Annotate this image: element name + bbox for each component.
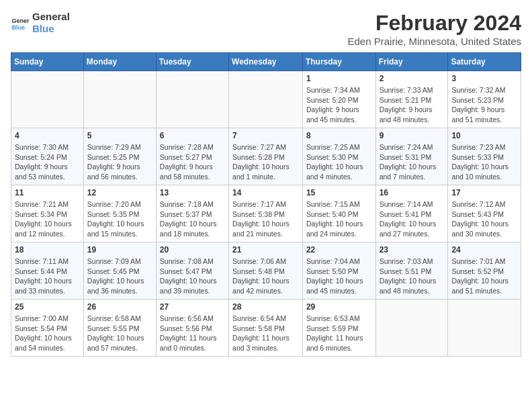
calendar-cell: 16Sunrise: 7:14 AM Sunset: 5:41 PM Dayli… (375, 185, 448, 242)
weekday-header-monday: Monday (83, 53, 156, 71)
day-number: 26 (87, 302, 152, 312)
week-row-4: 18Sunrise: 7:11 AM Sunset: 5:44 PM Dayli… (11, 242, 521, 300)
weekday-header-sunday: Sunday (11, 53, 84, 71)
day-info: Sunrise: 7:09 AM Sunset: 5:45 PM Dayligh… (87, 257, 152, 296)
logo-text-blue: Blue (32, 23, 70, 35)
week-row-1: 1Sunrise: 7:34 AM Sunset: 5:20 PM Daylig… (11, 71, 521, 128)
day-info: Sunrise: 7:24 AM Sunset: 5:31 PM Dayligh… (380, 142, 445, 182)
calendar-cell (83, 71, 156, 128)
calendar-cell: 17Sunrise: 7:12 AM Sunset: 5:43 PM Dayli… (448, 185, 521, 242)
day-info: Sunrise: 7:06 AM Sunset: 5:48 PM Dayligh… (232, 257, 299, 296)
week-row-3: 11Sunrise: 7:21 AM Sunset: 5:34 PM Dayli… (11, 185, 521, 242)
day-number: 4 (15, 131, 80, 140)
calendar-cell: 7Sunrise: 7:27 AM Sunset: 5:28 PM Daylig… (229, 128, 303, 185)
calendar-cell: 8Sunrise: 7:25 AM Sunset: 5:30 PM Daylig… (302, 128, 375, 185)
day-info: Sunrise: 7:17 AM Sunset: 5:38 PM Dayligh… (232, 199, 299, 239)
calendar-cell (156, 71, 228, 128)
calendar-cell: 4Sunrise: 7:30 AM Sunset: 5:24 PM Daylig… (11, 128, 84, 185)
day-number: 23 (380, 245, 445, 255)
day-number: 2 (380, 74, 445, 83)
calendar-cell: 13Sunrise: 7:18 AM Sunset: 5:37 PM Dayli… (156, 185, 228, 242)
day-number: 20 (160, 245, 225, 255)
day-info: Sunrise: 7:12 AM Sunset: 5:43 PM Dayligh… (451, 199, 517, 239)
day-number: 10 (451, 131, 517, 140)
day-info: Sunrise: 7:20 AM Sunset: 5:35 PM Dayligh… (87, 199, 152, 239)
calendar-cell: 28Sunrise: 6:54 AM Sunset: 5:58 PM Dayli… (229, 300, 303, 357)
day-number: 14 (232, 188, 299, 197)
calendar-cell: 3Sunrise: 7:32 AM Sunset: 5:23 PM Daylig… (448, 71, 521, 128)
calendar-cell: 23Sunrise: 7:03 AM Sunset: 5:51 PM Dayli… (375, 242, 448, 300)
day-info: Sunrise: 7:14 AM Sunset: 5:41 PM Dayligh… (380, 199, 445, 239)
calendar-cell: 14Sunrise: 7:17 AM Sunset: 5:38 PM Dayli… (229, 185, 303, 242)
logo-text-general: General (32, 11, 70, 23)
location-title: Eden Prairie, Minnesota, United States (348, 36, 521, 47)
calendar-cell: 22Sunrise: 7:04 AM Sunset: 5:50 PM Dayli… (302, 242, 375, 300)
day-info: Sunrise: 7:29 AM Sunset: 5:25 PM Dayligh… (87, 142, 152, 182)
calendar-cell: 29Sunrise: 6:53 AM Sunset: 5:59 PM Dayli… (302, 300, 375, 357)
day-number: 12 (87, 188, 152, 197)
day-number: 8 (306, 131, 372, 140)
day-info: Sunrise: 7:30 AM Sunset: 5:24 PM Dayligh… (15, 142, 80, 182)
day-number: 16 (380, 188, 445, 197)
day-number: 15 (306, 188, 372, 197)
weekday-header-friday: Friday (375, 53, 448, 71)
calendar-cell (11, 71, 84, 128)
calendar-table: SundayMondayTuesdayWednesdayThursdayFrid… (11, 52, 521, 357)
calendar-cell (229, 71, 303, 128)
calendar-cell: 6Sunrise: 7:28 AM Sunset: 5:27 PM Daylig… (156, 128, 228, 185)
day-info: Sunrise: 7:34 AM Sunset: 5:20 PM Dayligh… (306, 85, 372, 125)
week-row-5: 25Sunrise: 7:00 AM Sunset: 5:54 PM Dayli… (11, 300, 521, 357)
calendar-cell: 21Sunrise: 7:06 AM Sunset: 5:48 PM Dayli… (229, 242, 303, 300)
day-number: 6 (160, 131, 225, 140)
weekday-header-thursday: Thursday (302, 53, 375, 71)
day-info: Sunrise: 7:11 AM Sunset: 5:44 PM Dayligh… (15, 257, 80, 296)
page-header: General Blue General Blue February 2024 … (11, 11, 521, 47)
logo: General Blue General Blue (11, 11, 70, 35)
day-info: Sunrise: 7:03 AM Sunset: 5:51 PM Dayligh… (380, 257, 445, 296)
day-number: 3 (451, 74, 517, 83)
calendar-cell: 18Sunrise: 7:11 AM Sunset: 5:44 PM Dayli… (11, 242, 84, 300)
day-info: Sunrise: 6:53 AM Sunset: 5:59 PM Dayligh… (306, 314, 372, 353)
day-info: Sunrise: 7:00 AM Sunset: 5:54 PM Dayligh… (15, 314, 80, 353)
day-number: 27 (160, 302, 225, 312)
svg-text:General: General (11, 17, 30, 24)
calendar-cell: 2Sunrise: 7:33 AM Sunset: 5:21 PM Daylig… (375, 71, 448, 128)
day-number: 18 (15, 245, 80, 255)
day-info: Sunrise: 7:25 AM Sunset: 5:30 PM Dayligh… (306, 142, 372, 182)
day-number: 25 (15, 302, 80, 312)
calendar-cell: 5Sunrise: 7:29 AM Sunset: 5:25 PM Daylig… (83, 128, 156, 185)
day-number: 28 (232, 302, 299, 312)
calendar-cell: 10Sunrise: 7:23 AM Sunset: 5:33 PM Dayli… (448, 128, 521, 185)
day-info: Sunrise: 6:54 AM Sunset: 5:58 PM Dayligh… (232, 314, 299, 353)
calendar-cell: 9Sunrise: 7:24 AM Sunset: 5:31 PM Daylig… (375, 128, 448, 185)
day-info: Sunrise: 7:27 AM Sunset: 5:28 PM Dayligh… (232, 142, 299, 182)
logo-icon: General Blue (11, 13, 30, 32)
day-number: 29 (306, 302, 372, 312)
calendar-cell (448, 300, 521, 357)
day-info: Sunrise: 7:04 AM Sunset: 5:50 PM Dayligh… (306, 257, 372, 296)
day-info: Sunrise: 7:01 AM Sunset: 5:52 PM Dayligh… (451, 257, 517, 296)
title-area: February 2024 Eden Prairie, Minnesota, U… (348, 11, 521, 47)
calendar-cell: 1Sunrise: 7:34 AM Sunset: 5:20 PM Daylig… (302, 71, 375, 128)
calendar-cell: 27Sunrise: 6:56 AM Sunset: 5:56 PM Dayli… (156, 300, 228, 357)
svg-text:Blue: Blue (11, 24, 25, 31)
day-info: Sunrise: 7:23 AM Sunset: 5:33 PM Dayligh… (451, 142, 517, 182)
day-number: 5 (87, 131, 152, 140)
calendar-header-row: SundayMondayTuesdayWednesdayThursdayFrid… (11, 53, 521, 71)
day-info: Sunrise: 7:28 AM Sunset: 5:27 PM Dayligh… (160, 142, 225, 182)
day-number: 17 (451, 188, 517, 197)
weekday-header-saturday: Saturday (448, 53, 521, 71)
day-number: 22 (306, 245, 372, 255)
calendar-cell: 20Sunrise: 7:08 AM Sunset: 5:47 PM Dayli… (156, 242, 228, 300)
day-number: 1 (306, 74, 372, 83)
calendar-cell: 24Sunrise: 7:01 AM Sunset: 5:52 PM Dayli… (448, 242, 521, 300)
calendar-cell: 12Sunrise: 7:20 AM Sunset: 5:35 PM Dayli… (83, 185, 156, 242)
day-number: 9 (380, 131, 445, 140)
day-number: 11 (15, 188, 80, 197)
calendar-cell: 25Sunrise: 7:00 AM Sunset: 5:54 PM Dayli… (11, 300, 84, 357)
day-number: 7 (232, 131, 299, 140)
day-info: Sunrise: 7:21 AM Sunset: 5:34 PM Dayligh… (15, 199, 80, 239)
week-row-2: 4Sunrise: 7:30 AM Sunset: 5:24 PM Daylig… (11, 128, 521, 185)
weekday-header-tuesday: Tuesday (156, 53, 228, 71)
day-number: 21 (232, 245, 299, 255)
